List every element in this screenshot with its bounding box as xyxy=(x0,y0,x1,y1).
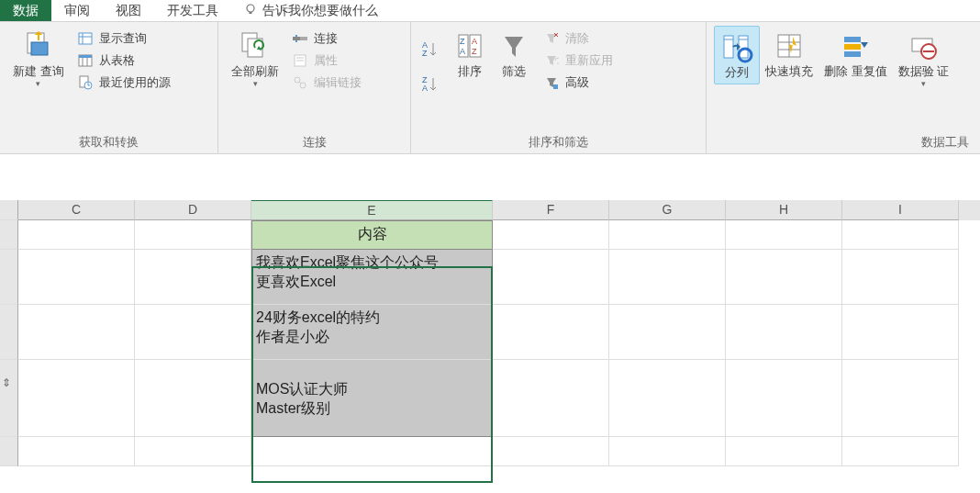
cell[interactable] xyxy=(135,305,251,360)
tab-tellme[interactable]: 告诉我你想要做什么 xyxy=(231,0,391,21)
reapply-icon xyxy=(543,52,560,69)
flash-fill-icon xyxy=(773,29,806,62)
row-header[interactable] xyxy=(0,360,18,437)
reapply-label: 重新应用 xyxy=(565,52,613,69)
clear-label: 清除 xyxy=(565,30,589,47)
rows: 内容 我喜欢Excel聚焦这个公众号 更喜欢Excel 24财务excel的特约… xyxy=(0,220,980,466)
refresh-all-button[interactable]: 全部刷新 ▾ xyxy=(226,26,284,92)
tab-dev[interactable]: 开发工具 xyxy=(154,0,231,21)
cell[interactable] xyxy=(609,437,726,466)
new-query-icon xyxy=(22,29,55,62)
cell[interactable] xyxy=(609,305,726,360)
sort-button[interactable]: ZAAZ 排序 xyxy=(448,26,492,83)
cell[interactable] xyxy=(726,305,842,360)
filter-icon xyxy=(497,29,530,62)
cell[interactable] xyxy=(135,220,251,250)
cell-e-header[interactable]: 内容 xyxy=(251,220,493,250)
cell[interactable] xyxy=(842,437,959,466)
cell[interactable] xyxy=(726,437,842,466)
remove-duplicates-icon xyxy=(839,29,872,62)
show-queries-icon xyxy=(77,30,94,47)
tab-review[interactable]: 审阅 xyxy=(51,0,103,21)
cell[interactable] xyxy=(18,220,135,250)
data-validation-button[interactable]: 数据验 证 ▾ xyxy=(893,26,955,92)
tab-view[interactable]: 视图 xyxy=(103,0,154,21)
col-header-g[interactable]: G xyxy=(609,200,726,220)
row-header[interactable] xyxy=(0,250,18,305)
remove-duplicates-button[interactable]: 删除 重复值 xyxy=(819,26,893,83)
cell[interactable] xyxy=(609,360,726,437)
col-header-i[interactable]: I xyxy=(842,200,959,220)
cell[interactable] xyxy=(493,305,609,360)
cell[interactable] xyxy=(493,360,609,437)
col-header-h[interactable]: H xyxy=(726,200,842,220)
cell[interactable] xyxy=(726,250,842,305)
row-header[interactable] xyxy=(0,220,18,250)
cell[interactable] xyxy=(842,250,959,305)
svg-line-26 xyxy=(299,82,301,84)
properties-label: 属性 xyxy=(314,52,338,69)
cell[interactable] xyxy=(842,305,959,360)
row-header[interactable] xyxy=(0,305,18,360)
svg-rect-18 xyxy=(300,37,307,40)
from-table-button[interactable]: 从表格 xyxy=(73,51,174,70)
sort-desc-button[interactable]: ZA xyxy=(418,75,448,94)
cell[interactable] xyxy=(609,250,726,305)
group-connections: 全部刷新 ▾ 连接 属性 编辑链接 连接 xyxy=(218,22,411,153)
flash-fill-label: 快速填充 xyxy=(765,64,813,79)
cell[interactable] xyxy=(135,437,251,466)
cell[interactable] xyxy=(842,360,959,437)
properties-button: 属性 xyxy=(288,51,365,70)
cell[interactable] xyxy=(18,437,135,466)
cell[interactable] xyxy=(135,250,251,305)
flash-fill-button[interactable]: 快速填充 xyxy=(760,26,819,83)
cell[interactable] xyxy=(493,250,609,305)
group-data-tools-label: 数据工具 xyxy=(714,134,973,153)
spreadsheet-grid[interactable]: ⇕ C D E F G H I 内容 我喜欢Excel聚焦这个公众号 更喜欢Ex… xyxy=(0,200,980,466)
col-header-f[interactable]: F xyxy=(493,200,609,220)
svg-rect-50 xyxy=(844,44,861,50)
group-sort-filter: AZ ZA ZAAZ 排序 筛选 清 xyxy=(411,22,707,153)
col-header-d[interactable]: D xyxy=(135,200,251,220)
svg-rect-17 xyxy=(293,37,300,40)
svg-text:Z: Z xyxy=(472,47,477,56)
svg-rect-3 xyxy=(31,42,48,55)
connections-icon xyxy=(292,30,308,47)
cell[interactable] xyxy=(726,360,842,437)
svg-text:A: A xyxy=(422,84,428,93)
cell[interactable] xyxy=(609,220,726,250)
cell[interactable] xyxy=(251,437,493,466)
recent-sources-icon xyxy=(77,74,94,91)
cell[interactable] xyxy=(18,305,135,360)
new-query-label: 新建 查询 xyxy=(13,64,64,79)
cell[interactable] xyxy=(842,220,959,250)
cell[interactable] xyxy=(493,220,609,250)
filter-button[interactable]: 筛选 xyxy=(492,26,536,83)
edit-links-label: 编辑链接 xyxy=(314,74,362,91)
cell-e-row1[interactable]: 我喜欢Excel聚焦这个公众号 更喜欢Excel xyxy=(251,250,493,305)
connections-button[interactable]: 连接 xyxy=(288,29,365,48)
text-to-columns-button[interactable]: 分列 xyxy=(714,26,760,84)
advanced-button[interactable]: 高级 xyxy=(540,73,617,92)
cell[interactable] xyxy=(18,250,135,305)
select-all-corner[interactable] xyxy=(0,200,18,220)
row-header[interactable] xyxy=(0,437,18,466)
cell-e-row3[interactable]: MOS认证大师 Master级别 xyxy=(251,360,493,437)
cell[interactable] xyxy=(726,220,842,250)
cell[interactable] xyxy=(493,437,609,466)
col-header-e[interactable]: E xyxy=(251,200,493,220)
col-header-c[interactable]: C xyxy=(18,200,135,220)
show-queries-button[interactable]: 显示查询 xyxy=(73,29,174,48)
dropdown-icon: ▾ xyxy=(921,79,926,88)
recent-sources-button[interactable]: 最近使用的源 xyxy=(73,73,174,92)
cell-e-row2[interactable]: 24财务excel的特约 作者是小必 xyxy=(251,305,493,360)
svg-rect-51 xyxy=(844,51,861,57)
sort-icon: ZAAZ xyxy=(453,29,486,62)
cell[interactable] xyxy=(18,360,135,437)
cell[interactable] xyxy=(135,360,251,437)
sort-asc-icon: AZ xyxy=(422,41,439,58)
svg-text:Z: Z xyxy=(422,49,428,58)
new-query-button[interactable]: 新建 查询 ▾ xyxy=(7,26,70,92)
tab-data[interactable]: 数据 xyxy=(0,0,51,21)
sort-asc-button[interactable]: AZ xyxy=(418,40,448,59)
